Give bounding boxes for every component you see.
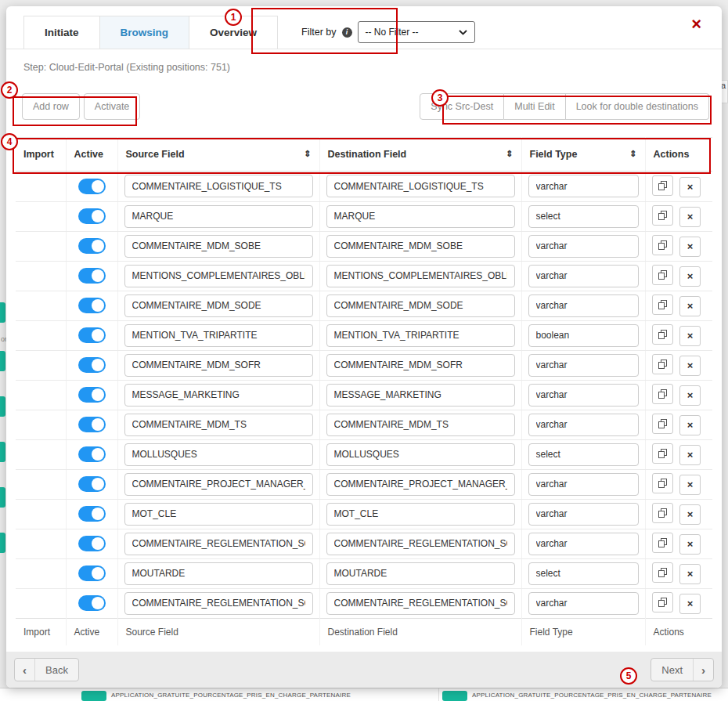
column-header-source-field[interactable]: Source Field⇕ [117,138,319,172]
tab-browsing[interactable]: Browsing [100,16,190,49]
source-field-input[interactable] [124,205,313,228]
duplicate-row-button[interactable] [652,503,673,523]
table-scroll-area[interactable]: × × [16,172,712,618]
field-type-input[interactable] [528,265,639,287]
duplicate-row-button[interactable] [652,384,673,404]
destination-field-input[interactable] [326,175,515,197]
active-toggle[interactable] [78,327,106,343]
field-type-input[interactable] [528,473,639,496]
field-type-input[interactable] [528,533,639,555]
active-toggle[interactable] [78,595,106,611]
active-toggle[interactable] [78,506,106,522]
field-type-input[interactable] [528,294,639,317]
field-type-input[interactable] [528,592,639,615]
destination-field-input[interactable] [326,473,515,496]
source-field-input[interactable] [124,562,313,585]
duplicate-row-button[interactable] [652,324,673,345]
delete-row-button[interactable]: × [679,504,701,525]
destination-field-input[interactable] [326,384,515,407]
delete-row-button[interactable]: × [679,356,701,376]
source-field-input[interactable] [124,324,313,347]
destination-field-input[interactable] [326,235,515,258]
source-field-input[interactable] [124,384,313,407]
field-type-input[interactable] [528,354,639,377]
destination-field-input[interactable] [326,414,515,436]
sync-src-dest-button[interactable]: Sync Src-Dest [420,93,504,120]
sort-icon[interactable]: ⇕ [304,149,311,159]
destination-field-input[interactable] [326,562,515,585]
source-field-input[interactable] [124,265,313,287]
field-type-input[interactable] [528,384,639,407]
tab-overview[interactable]: Overview [189,16,278,49]
delete-row-button[interactable]: × [679,475,701,495]
destination-field-input[interactable] [326,294,515,317]
duplicate-row-button[interactable] [652,354,673,374]
duplicate-row-button[interactable] [652,235,673,255]
close-icon[interactable]: × [691,16,701,33]
duplicate-row-button[interactable] [652,175,673,196]
source-field-input[interactable] [124,414,313,436]
sort-icon[interactable]: ⇕ [506,149,513,159]
duplicate-row-button[interactable] [652,592,673,612]
delete-row-button[interactable]: × [679,326,701,346]
sort-icon[interactable]: ⇕ [629,149,636,159]
source-field-input[interactable] [124,294,313,317]
source-field-input[interactable] [124,503,313,526]
duplicate-row-button[interactable] [652,205,673,226]
delete-row-button[interactable]: × [679,534,701,555]
duplicate-row-button[interactable] [652,533,673,553]
field-type-input[interactable] [528,562,639,585]
source-field-input[interactable] [124,533,313,555]
field-type-input[interactable] [528,235,639,258]
field-type-input[interactable] [528,324,639,347]
activate-button[interactable]: Activate [84,93,140,120]
source-field-input[interactable] [124,592,313,615]
back-button[interactable]: ‹ Back [14,658,79,681]
active-toggle[interactable] [78,179,106,194]
delete-row-button[interactable]: × [679,266,701,287]
column-header-destination-field[interactable]: Destination Field⇕ [319,138,521,172]
delete-row-button[interactable]: × [679,237,701,257]
duplicate-row-button[interactable] [652,562,673,583]
active-toggle[interactable] [78,208,106,224]
destination-field-input[interactable] [326,265,515,287]
delete-row-button[interactable]: × [679,177,701,197]
delete-row-button[interactable]: × [679,594,701,614]
duplicate-row-button[interactable] [652,294,673,315]
duplicate-row-button[interactable] [652,473,673,493]
field-type-input[interactable] [528,414,639,436]
delete-row-button[interactable]: × [679,207,701,227]
field-type-input[interactable] [528,175,639,197]
field-type-input[interactable] [528,443,639,466]
destination-field-input[interactable] [326,533,515,555]
active-toggle[interactable] [78,298,106,313]
source-field-input[interactable] [124,473,313,496]
destination-field-input[interactable] [326,324,515,347]
active-toggle[interactable] [78,387,106,403]
duplicate-row-button[interactable] [652,443,673,464]
add-row-button[interactable]: Add row [22,93,80,120]
duplicate-row-button[interactable] [652,265,673,285]
filter-select[interactable]: -- No Filter -- [358,21,475,43]
next-button[interactable]: Next › [651,658,714,681]
destination-field-input[interactable] [326,592,515,615]
active-toggle[interactable] [78,268,106,284]
destination-field-input[interactable] [326,205,515,228]
tab-initiate[interactable]: Initiate [23,16,100,49]
active-toggle[interactable] [78,417,106,432]
active-toggle[interactable] [78,476,106,492]
source-field-input[interactable] [124,354,313,377]
field-type-input[interactable] [528,205,639,228]
active-toggle[interactable] [78,238,106,254]
delete-row-button[interactable]: × [679,296,701,316]
delete-row-button[interactable]: × [679,385,701,406]
field-type-input[interactable] [528,503,639,526]
delete-row-button[interactable]: × [679,564,701,584]
multi-edit-button[interactable]: Multi Edit [504,93,565,120]
source-field-input[interactable] [124,443,313,466]
duplicate-row-button[interactable] [652,414,673,434]
active-toggle[interactable] [78,565,106,581]
destination-field-input[interactable] [326,443,515,466]
source-field-input[interactable] [124,235,313,258]
column-header-field-type[interactable]: Field Type⇕ [521,138,645,172]
